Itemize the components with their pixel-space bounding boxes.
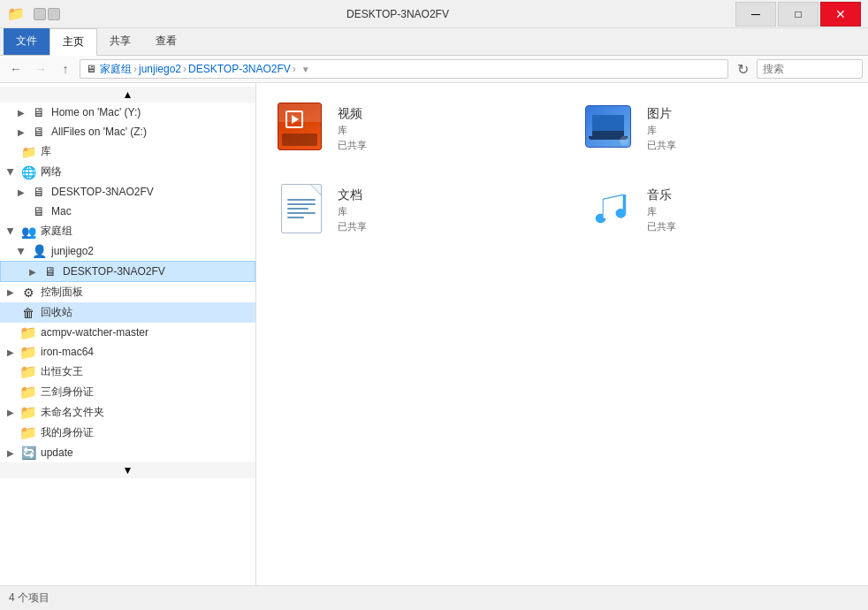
expand-arrow: ▶ xyxy=(16,127,27,137)
sidebar-label: 库 xyxy=(41,144,51,159)
folder-meta1: 库 xyxy=(647,124,676,137)
sidebar-item-mac[interactable]: 🖥 Mac xyxy=(0,202,255,221)
sidebar-label: 未命名文件夹 xyxy=(41,405,104,420)
content-grid: 视频 库 已共享 xyxy=(270,97,854,242)
window-icon: 📁 xyxy=(7,5,25,22)
folder-item-music[interactable]: 音乐 库 已共享 xyxy=(580,179,854,242)
sidebar-item-desktop-selected[interactable]: ▶ 🖥 DESKTOP-3NAO2FV xyxy=(0,261,255,282)
sidebar-item-recycle[interactable]: 🗑 回收站 xyxy=(0,302,255,323)
expand-arrow: ▶ xyxy=(16,187,27,197)
sidebar-item-chuhanzhu[interactable]: 📁 出恒女王 xyxy=(0,362,255,382)
tab-home[interactable]: 主页 xyxy=(49,28,97,56)
sidebar-label: DESKTOP-3NAO2FV xyxy=(63,265,165,278)
window-title: DESKTOP-3NAO2FV xyxy=(67,8,728,20)
sidebar-label: acmpv-watcher-master xyxy=(41,326,148,339)
path-segment-homegroup[interactable]: 家庭组 xyxy=(100,62,132,77)
folder-yellow-icon: 📁 xyxy=(19,325,37,339)
sidebar-item-wode[interactable]: 📁 我的身份证 xyxy=(0,423,255,443)
computer-icon: 🖥 xyxy=(30,204,48,218)
close-button[interactable]: ✕ xyxy=(820,2,861,27)
path-segment-user[interactable]: junjiego2 xyxy=(139,63,181,75)
sidebar-item-desktop-network[interactable]: ▶ 🖥 DESKTOP-3NAO2FV xyxy=(0,182,255,202)
folder-meta2: 已共享 xyxy=(647,139,676,152)
sidebar-label: 我的身份证 xyxy=(41,425,94,440)
recycle-icon: 🗑 xyxy=(19,306,37,320)
back-button[interactable]: ← xyxy=(5,59,27,79)
sidebar-item-sanjian[interactable]: 📁 三剑身份证 xyxy=(0,382,255,402)
folder-icon-music xyxy=(585,184,638,237)
tab-share[interactable]: 共享 xyxy=(97,28,143,55)
control-icon: ⚙ xyxy=(19,286,37,300)
minimize-placeholder xyxy=(34,8,46,20)
folder-meta1: 库 xyxy=(338,205,367,218)
folder-meta1: 库 xyxy=(647,205,676,218)
sidebar-item-network[interactable]: ▶ 🌐 网络 xyxy=(0,162,255,182)
folder-info-music: 音乐 库 已共享 xyxy=(647,187,676,233)
folder-icon-picture xyxy=(585,103,638,156)
item-count: 4 个项目 xyxy=(9,591,49,606)
sidebar-label: DESKTOP-3NAO2FV xyxy=(51,186,154,198)
up-button[interactable]: ↑ xyxy=(55,59,76,79)
folder-item-document[interactable]: 文档 库 已共享 xyxy=(270,179,544,242)
address-path[interactable]: 🖥 家庭组 › junjiego2 › DESKTOP-3NAO2FV › ▼ xyxy=(80,59,728,79)
expand-arrow: ▶ xyxy=(17,246,27,256)
tab-view[interactable]: 查看 xyxy=(143,28,189,55)
scroll-up[interactable]: ▲ xyxy=(0,87,255,103)
max-button[interactable]: □ xyxy=(778,2,819,27)
folder-name: 文档 xyxy=(338,187,367,203)
forward-button[interactable]: → xyxy=(30,59,51,79)
sidebar-label: 三剑身份证 xyxy=(41,385,94,400)
maximize-placeholder xyxy=(48,8,60,20)
folder-info-video: 视频 库 已共享 xyxy=(338,106,367,152)
folder-meta1: 库 xyxy=(338,124,367,137)
path-computer-icon: 🖥 xyxy=(86,63,96,75)
expand-arrow: ▶ xyxy=(5,287,16,297)
sidebar-item-allfiles-mac[interactable]: ▶ 🖥 AllFiles on 'Mac' (Z:) xyxy=(0,122,255,141)
path-segment-desktop[interactable]: DESKTOP-3NAO2FV xyxy=(188,63,291,75)
sidebar-item-unnamed[interactable]: ▶ 📁 未命名文件夹 xyxy=(0,402,255,423)
folder-yellow-icon: 📁 xyxy=(19,365,37,379)
sidebar-item-iron-mac64[interactable]: ▶ 📁 iron-mac64 xyxy=(0,342,255,362)
folder-yellow-icon: 📁 xyxy=(19,385,37,400)
content-area: 视频 库 已共享 xyxy=(256,83,868,585)
sidebar-item-junjiego2[interactable]: ▶ 👤 junjiego2 xyxy=(0,241,255,261)
computer-icon: 🖥 xyxy=(30,105,48,119)
sidebar-item-acmpv[interactable]: 📁 acmpv-watcher-master xyxy=(0,323,255,342)
title-bar: 📁 DESKTOP-3NAO2FV ─ □ ✕ xyxy=(0,0,868,28)
refresh-button[interactable]: ↻ xyxy=(732,59,753,79)
main-layout: ▲ ▶ 🖥 Home on 'Mac' (Y:) ▶ 🖥 AllFiles on… xyxy=(0,83,868,585)
folder-item-picture[interactable]: 图片 库 已共享 xyxy=(580,97,854,161)
sidebar-item-update[interactable]: ▶ 🔄 update xyxy=(0,443,255,462)
scroll-down[interactable]: ▼ xyxy=(0,462,255,478)
sidebar-label: 控制面板 xyxy=(41,285,83,300)
sidebar-label: update xyxy=(41,446,73,459)
folder-name: 视频 xyxy=(338,106,367,122)
sidebar-label: iron-mac64 xyxy=(41,346,94,358)
sidebar-label: 回收站 xyxy=(41,305,72,320)
tab-file[interactable]: 文件 xyxy=(4,28,49,55)
computer-icon: 🖥 xyxy=(30,125,48,139)
folder-icon-video xyxy=(276,103,329,156)
folder-yellow-icon: 📁 xyxy=(19,426,37,440)
folder-yellow-icon: 📁 xyxy=(19,345,37,359)
sidebar-item-control-panel[interactable]: ▶ ⚙ 控制面板 xyxy=(0,282,255,302)
network-icon: 🌐 xyxy=(19,165,37,179)
expand-arrow: ▶ xyxy=(6,167,16,178)
expand-arrow: ▶ xyxy=(5,448,16,458)
title-bar-buttons xyxy=(34,8,60,20)
folder-name: 音乐 xyxy=(647,187,676,203)
sidebar-label: AllFiles on 'Mac' (Z:) xyxy=(51,126,147,138)
folder-meta2: 已共享 xyxy=(338,220,367,233)
sidebar-item-ku[interactable]: 📁 库 xyxy=(0,141,255,162)
min-button[interactable]: ─ xyxy=(735,2,776,27)
sidebar-item-home-mac[interactable]: ▶ 🖥 Home on 'Mac' (Y:) xyxy=(0,103,255,122)
address-bar: ← → ↑ 🖥 家庭组 › junjiego2 › DESKTOP-3NAO2F… xyxy=(0,56,868,83)
sidebar-label: junjiego2 xyxy=(51,245,94,257)
search-input[interactable] xyxy=(757,59,863,79)
folder-name: 图片 xyxy=(647,106,676,122)
path-dropdown-arrow[interactable]: ▼ xyxy=(301,65,310,74)
folder-item-video[interactable]: 视频 库 已共享 xyxy=(270,97,544,161)
status-bar: 4 个项目 xyxy=(0,585,868,610)
sidebar-label: 家庭组 xyxy=(41,224,72,239)
sidebar-item-homegroup[interactable]: ▶ 👥 家庭组 xyxy=(0,221,255,241)
